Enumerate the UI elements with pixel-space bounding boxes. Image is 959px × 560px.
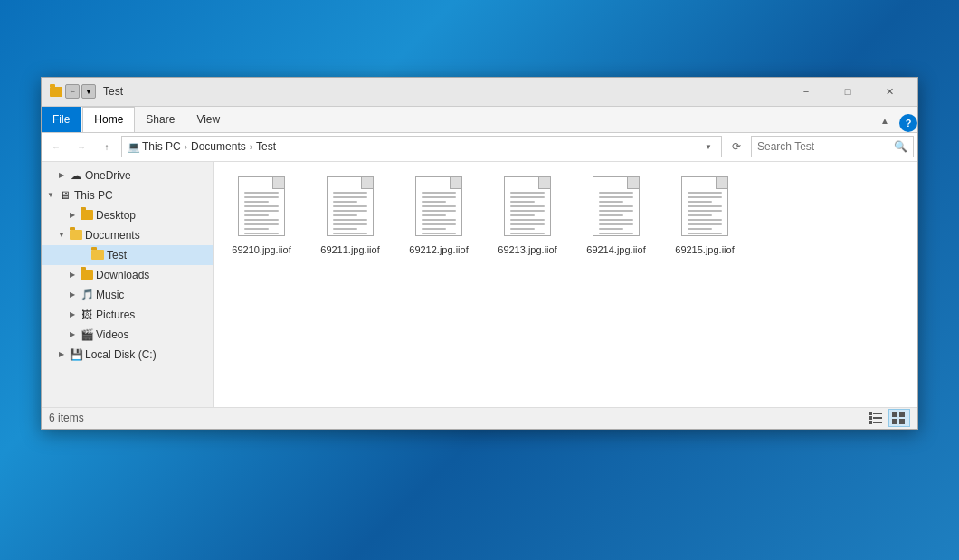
file-item-1[interactable]: 69211.jpg.iiof (309, 169, 391, 260)
sidebar-label-pictures: Pictures (96, 308, 135, 321)
desktop-folder-icon (80, 208, 94, 223)
svg-rect-6 (892, 412, 897, 417)
ribbon-collapse-btn[interactable]: ▲ (874, 110, 896, 132)
doc-shape-5 (681, 176, 728, 236)
sidebar-label-desktop: Desktop (96, 209, 136, 222)
sidebar-item-documents[interactable]: ▼ Documents (42, 225, 213, 245)
onedrive-icon: ☁ (69, 168, 83, 183)
sidebar-item-videos[interactable]: ▶ 🎬 Videos (42, 325, 213, 345)
svg-rect-1 (873, 413, 882, 414)
address-bar-container: ← → ↑ 💻 This PC › Documents › Test ▼ ⟳ 🔍 (42, 133, 917, 162)
title-bar-icons: ← ▼ (49, 84, 96, 99)
window-title: Test (103, 85, 785, 98)
doc-shape-2 (415, 176, 462, 236)
expand-arrow-desktop: ▶ (67, 210, 78, 221)
main-content: ▶ ☁ OneDrive ▼ 🖥 This PC ▶ Desktop ▼ Doc… (42, 162, 917, 407)
file-icon-2 (412, 176, 466, 240)
quick-access-btn1[interactable]: ← (65, 84, 80, 99)
title-bar: ← ▼ Test − □ ✕ (42, 78, 917, 107)
sidebar-item-localdisk[interactable]: ▶ 💾 Local Disk (C:) (42, 345, 213, 365)
close-button[interactable]: ✕ (869, 77, 910, 106)
sidebar-item-downloads[interactable]: ▶ Downloads (42, 265, 213, 285)
file-item-2[interactable]: 69212.jpg.iiof (398, 169, 480, 260)
view-large-icon (892, 412, 907, 424)
file-item-3[interactable]: 69213.jpg.iiof (487, 169, 568, 260)
view-large-btn[interactable] (888, 409, 910, 427)
expand-arrow-onedrive: ▶ (56, 170, 67, 181)
search-bar[interactable]: 🔍 (751, 136, 914, 157)
file-icon-1 (323, 176, 377, 240)
breadcrumb-this-pc[interactable]: 💻 This PC (128, 140, 181, 153)
folder-icon (49, 84, 63, 99)
sidebar-item-thispc[interactable]: ▼ 🖥 This PC (42, 185, 213, 205)
tab-file[interactable]: File (42, 107, 81, 132)
expand-arrow-documents: ▼ (56, 230, 67, 241)
tab-home[interactable]: Home (82, 107, 135, 132)
search-input[interactable] (757, 140, 894, 153)
forward-button[interactable]: → (71, 136, 92, 157)
view-buttons (865, 409, 910, 427)
sidebar-label-music: Music (96, 289, 124, 301)
thispc-icon: 🖥 (58, 188, 72, 203)
sidebar-label-documents: Documents (85, 229, 140, 242)
sidebar-label-localdisk: Local Disk (C:) (85, 348, 157, 361)
sidebar-label-videos: Videos (96, 328, 128, 341)
help-btn[interactable]: ? (899, 114, 917, 132)
up-button[interactable]: ↑ (96, 136, 118, 157)
file-grid: 69210.jpg.iiof (221, 169, 910, 260)
address-bar[interactable]: 💻 This PC › Documents › Test ▼ (121, 136, 722, 157)
item-count: 6 items (49, 412, 84, 424)
address-dropdown-btn[interactable]: ▼ (701, 139, 716, 154)
svg-rect-9 (899, 419, 905, 424)
sidebar-item-onedrive[interactable]: ▶ ☁ OneDrive (42, 166, 213, 185)
sidebar-item-music[interactable]: ▶ 🎵 Music (42, 285, 213, 305)
sidebar-label-test: Test (107, 249, 127, 261)
status-bar: 6 items (42, 407, 917, 429)
file-icon-5 (678, 176, 732, 240)
file-item-5[interactable]: 69215.jpg.iiof (664, 169, 745, 260)
file-item-4[interactable]: 69214.jpg.iiof (575, 169, 657, 260)
back-button[interactable]: ← (45, 136, 67, 157)
ribbon: File Home Share View ▲ ? (42, 107, 917, 133)
svg-rect-7 (899, 412, 905, 417)
breadcrumb-test[interactable]: Test (256, 140, 276, 153)
view-details-btn[interactable] (865, 409, 887, 427)
window-controls: − □ ✕ (785, 77, 910, 106)
file-name-5: 69215.jpg.iiof (675, 243, 734, 256)
file-name-3: 69213.jpg.iiof (498, 243, 556, 256)
music-icon: 🎵 (80, 288, 94, 302)
search-icon[interactable]: 🔍 (894, 140, 907, 153)
svg-rect-4 (869, 421, 872, 424)
sidebar-item-test[interactable]: ▶ Test (42, 245, 213, 265)
tab-share[interactable]: Share (135, 107, 185, 132)
pictures-icon: 🖼 (80, 308, 94, 322)
maximize-button[interactable]: □ (827, 77, 869, 106)
file-icon-3 (500, 176, 555, 240)
explorer-window: ← ▼ Test − □ ✕ File Home Share View ▲ ? … (41, 77, 918, 430)
sidebar-label-downloads: Downloads (96, 269, 149, 281)
expand-arrow-videos: ▶ (67, 329, 78, 340)
localdisk-icon: 💾 (69, 347, 83, 362)
downloads-folder-icon (80, 268, 94, 282)
tab-view[interactable]: View (185, 107, 231, 132)
file-item-0[interactable]: 69210.jpg.iiof (221, 169, 302, 260)
sidebar-item-pictures[interactable]: ▶ 🖼 Pictures (42, 305, 213, 325)
test-folder-icon (90, 248, 105, 262)
svg-rect-0 (869, 412, 872, 415)
quick-access-btn2[interactable]: ▼ (81, 84, 96, 99)
minimize-button[interactable]: − (785, 77, 827, 106)
sidebar-label-onedrive: OneDrive (85, 169, 131, 182)
breadcrumb-sep-1: › (185, 142, 187, 152)
file-name-1: 69211.jpg.iiof (320, 243, 379, 256)
svg-rect-3 (873, 417, 882, 419)
refresh-button[interactable]: ⟳ (726, 136, 747, 157)
expand-arrow-music: ▶ (67, 289, 78, 300)
file-area: 69210.jpg.iiof (214, 162, 917, 407)
breadcrumb-documents[interactable]: Documents (191, 140, 246, 153)
pc-icon: 💻 (128, 141, 140, 153)
file-icon-4 (589, 176, 643, 240)
file-name-2: 69212.jpg.iiof (409, 243, 468, 256)
expand-arrow-downloads: ▶ (67, 270, 78, 280)
file-name-4: 69214.jpg.iiof (586, 243, 645, 256)
sidebar-item-desktop[interactable]: ▶ Desktop (42, 205, 213, 225)
